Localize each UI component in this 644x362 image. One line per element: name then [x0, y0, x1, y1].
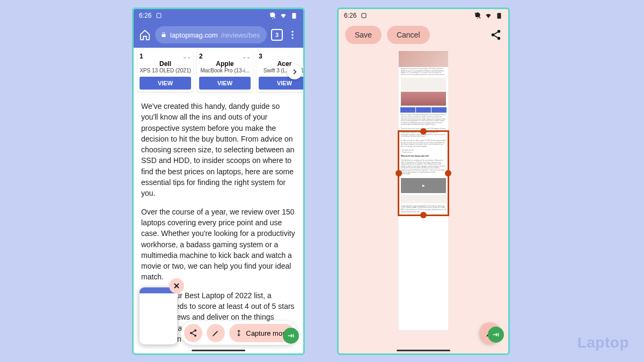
wifi-icon [485, 12, 492, 19]
svg-rect-2 [292, 13, 296, 18]
svg-rect-0 [157, 13, 161, 18]
pencil-icon [211, 329, 220, 337]
paragraph: Over the course of a year, we review ove… [141, 206, 296, 283]
svg-point-14 [497, 30, 501, 33]
wifi-icon [280, 12, 287, 19]
assistant-fab[interactable] [488, 327, 504, 343]
status-time: 6:26 [344, 12, 356, 19]
gesture-handle[interactable] [192, 350, 245, 351]
crop-handle-right[interactable] [445, 170, 451, 176]
svg-point-9 [194, 335, 196, 337]
card-model: MacBook Pro (13-i... [199, 68, 251, 73]
share-icon [189, 329, 197, 337]
url-host: laptopmag.com [170, 31, 218, 39]
arrow-icon [492, 330, 500, 339]
status-bar: 6:26 [134, 9, 303, 22]
crop-handle-bottom[interactable] [420, 212, 427, 218]
save-button[interactable]: Save [345, 26, 382, 44]
chevron-down-icon: ⌄⌄ [242, 54, 251, 60]
rank-badge: 1 [140, 53, 143, 60]
lock-icon [160, 32, 167, 38]
product-carousel: 1 ⌄⌄ Dell XPS 13 OLED (2021) VIEW 2 ⌄⌄ A… [134, 48, 303, 95]
close-icon [173, 282, 180, 290]
assistant-fab[interactable] [283, 328, 299, 344]
phone-right: 6:26 Save Cancel laptops there are just … [337, 8, 510, 355]
svg-point-16 [497, 37, 501, 40]
chevron-down-icon: ⌄⌄ [302, 54, 305, 60]
watermark: Laptop [577, 334, 629, 351]
crop-selection[interactable] [398, 130, 449, 216]
url-path: /reviews/bes [221, 31, 260, 39]
card-brand: Apple [199, 60, 251, 68]
screenshot-indicator-icon [156, 12, 162, 19]
battery-icon [290, 12, 298, 19]
svg-point-6 [291, 37, 293, 39]
svg-rect-3 [162, 34, 166, 37]
svg-point-8 [190, 332, 192, 334]
chevron-down-icon: ⌄⌄ [182, 54, 191, 60]
edit-button[interactable] [207, 324, 225, 342]
carousel-next-button[interactable] [287, 64, 302, 79]
share-button[interactable] [184, 324, 202, 342]
rank-badge: 3 [259, 53, 262, 60]
chevron-right-icon [291, 68, 298, 76]
arrow-icon [287, 331, 295, 340]
status-bar: 6:26 [339, 9, 508, 22]
svg-point-15 [492, 33, 495, 36]
gesture-handle[interactable] [397, 350, 450, 351]
editor-toolbar: Save Cancel [339, 22, 508, 48]
svg-rect-13 [497, 13, 501, 18]
svg-rect-10 [293, 334, 294, 338]
crop-handle-top[interactable] [420, 128, 427, 135]
svg-rect-11 [362, 13, 366, 18]
browser-toolbar: laptopmag.com/reviews/bes 3 [134, 22, 303, 48]
tab-switcher[interactable]: 3 [271, 29, 283, 41]
battery-icon [495, 12, 503, 19]
product-card[interactable]: 2 ⌄⌄ Apple MacBook Pro (13-i... VIEW [197, 51, 253, 92]
dnd-icon [269, 12, 276, 19]
rank-badge: 2 [199, 53, 203, 60]
paragraph: We've created this handy, dandy guide so… [141, 101, 296, 199]
phone-left: 6:26 laptopmag.com/reviews/bes 3 1 ⌄⌄ De… [132, 8, 305, 355]
card-model: XPS 13 OLED (2021) [140, 68, 191, 73]
svg-point-5 [291, 34, 293, 35]
screenshot-indicator-icon [361, 12, 367, 19]
status-time: 6:26 [139, 12, 151, 19]
screenshot-thumbnail[interactable] [139, 287, 178, 345]
product-card[interactable]: 1 ⌄⌄ Dell XPS 13 OLED (2021) VIEW [137, 51, 193, 92]
url-bar[interactable]: laptopmag.com/reviews/bes [155, 26, 267, 43]
view-button[interactable]: VIEW [199, 77, 251, 90]
share-icon[interactable] [490, 29, 502, 41]
svg-point-7 [194, 329, 196, 331]
overflow-menu-icon[interactable] [287, 29, 298, 40]
svg-point-4 [291, 31, 293, 33]
cancel-button[interactable]: Cancel [387, 26, 430, 44]
card-brand: Dell [140, 60, 191, 68]
view-button[interactable]: VIEW [140, 77, 191, 90]
svg-rect-17 [498, 333, 499, 337]
view-button[interactable]: VIEW [259, 77, 305, 90]
crop-handle-left[interactable] [396, 170, 402, 176]
dnd-icon [474, 12, 481, 19]
capture-more-label: Capture more [246, 329, 288, 337]
screenshot-toolbar: Capture more [181, 321, 298, 345]
home-icon[interactable] [139, 29, 151, 41]
expand-vertical-icon [235, 329, 243, 337]
dismiss-thumbnail-button[interactable] [169, 278, 184, 293]
